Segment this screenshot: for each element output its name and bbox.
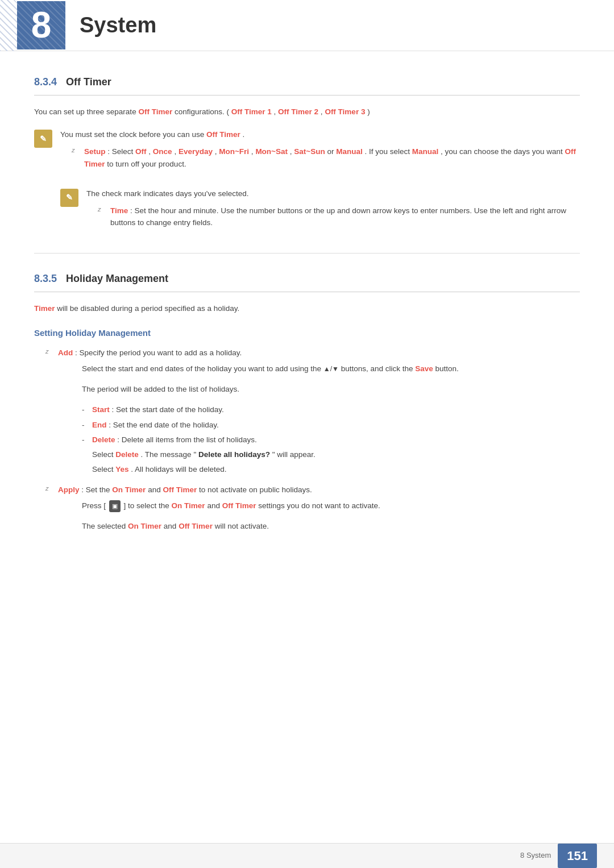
setup-text1: : Select: [107, 147, 135, 156]
delete-select: Select: [92, 450, 115, 459]
apply-offtimer3: Off Timer: [179, 522, 213, 530]
intro-timer2: Off Timer 2: [278, 107, 318, 116]
apply-and2: and: [164, 522, 179, 530]
section-835-title: Holiday Management: [66, 271, 168, 287]
setup-comma1: ,: [148, 147, 153, 156]
intro-comma1: ,: [274, 107, 279, 116]
selected-text1: The selected: [82, 522, 128, 530]
section-834-heading: 8.3.4 Off Timer: [34, 74, 580, 95]
note2-text: The check mark indicates days you've sel…: [86, 189, 248, 198]
setup-everyday: Everyday: [179, 147, 213, 156]
yes-keyword: Yes: [115, 465, 128, 474]
apply-ontimer: On Timer: [112, 485, 146, 494]
note-icon-2: ✎: [60, 189, 78, 207]
apply-indent-line1: Press [ ▣ ] to select the On Timer and O…: [82, 500, 580, 512]
selected-text2: will not activate.: [215, 522, 269, 530]
apply-text3: to not activate on public holidays.: [199, 485, 312, 494]
delete-label: Delete: [92, 435, 115, 444]
delete-text: : Delete all items from the list of holi…: [117, 435, 256, 444]
apply-text2: and: [148, 485, 163, 494]
note-icon-1: ✎: [34, 130, 52, 148]
note1-para: You must set the clock before you can us…: [60, 128, 580, 141]
note-content-2: The check mark indicates days you've sel…: [86, 188, 580, 234]
setup-manual2: Manual: [412, 147, 439, 156]
section-835-number: 8.3.5: [34, 271, 57, 287]
chapter-number-box: 8: [17, 1, 65, 49]
end-label: End: [92, 421, 107, 429]
note2-list: Time : Set the hour and minute. Use the …: [98, 205, 580, 229]
page-footer: 8 System 151: [0, 843, 614, 868]
intro-timer1: Off Timer 1: [231, 107, 272, 116]
footer-page-number: 151: [558, 844, 597, 868]
section-834-number: 8.3.4: [34, 74, 57, 90]
setup-or: or: [327, 147, 336, 156]
time-text: : Set the hour and minute. Use the numbe…: [110, 206, 566, 227]
intro-close: ): [367, 107, 370, 116]
note1-list: Setup : Select Off , Once , Everyday , M…: [72, 146, 580, 170]
delete-msg-pre: . The message ": [141, 450, 197, 459]
nav-arrows: ▲/▼: [323, 365, 339, 373]
intro-timer3: Off Timer 3: [325, 107, 365, 116]
apply-indent: Press [ ▣ ] to select the On Timer and O…: [82, 500, 580, 533]
intro-suffix: configurations. (: [175, 107, 229, 116]
page-wrapper: 8 System 8.3.4 Off Timer You can set up …: [0, 0, 614, 868]
add-label: Add: [58, 348, 73, 357]
intro-text: You can set up three separate: [34, 107, 138, 116]
note2-para: The check mark indicates days you've sel…: [86, 188, 580, 200]
note2-list-item-time: Time : Set the hour and minute. Use the …: [98, 205, 580, 229]
header-stripes: [0, 0, 17, 51]
delete-msg: Delete all holidays?: [198, 450, 270, 459]
save-keyword: Save: [415, 364, 433, 373]
setup-label: Setup: [84, 147, 106, 156]
add-indent-line2: The period will be added to the list of …: [82, 383, 580, 396]
section-834-intro: You can set up three separate Off Timer …: [34, 106, 580, 118]
time-label: Time: [110, 206, 128, 215]
section-834: 8.3.4 Off Timer You can set up three sep…: [34, 74, 580, 236]
add-sub-list: Start : Set the start date of the holida…: [82, 404, 580, 476]
chapter-number: 8: [31, 0, 52, 55]
holiday-list: Add : Specify the period you want to add…: [45, 347, 580, 533]
start-label: Start: [92, 405, 110, 414]
add-text: : Specify the period you want to add as …: [75, 348, 242, 357]
note-box-1: ✎ You must set the clock before you can …: [34, 126, 580, 177]
end-text: : Set the end date of the holiday.: [109, 421, 218, 429]
note1-keyword: Off Timer: [206, 130, 240, 139]
delete-extra-2: Select Yes . All holidays will be delete…: [92, 463, 580, 476]
setup-once: Once: [153, 147, 172, 156]
setup-text4: to turn off your product.: [107, 160, 186, 168]
apply-offtimer: Off Timer: [163, 485, 197, 494]
intro-keyword-offtimer: Off Timer: [138, 107, 172, 116]
select-yes-post: . All holidays will be deleted.: [131, 465, 226, 474]
setup-text3: , you can choose the days you want: [441, 147, 565, 156]
add-indent: Select the start and end dates of the ho…: [82, 363, 580, 476]
apply-offtimer2: Off Timer: [222, 501, 256, 510]
header-bar: 8 System: [0, 0, 614, 51]
apply-label: Apply: [58, 485, 80, 494]
add-select-text: Select the start and end dates of the ho…: [82, 364, 323, 373]
sub-item-end: End : Set the end date of the holiday.: [82, 419, 580, 431]
note-icon-2-symbol: ✎: [66, 191, 73, 203]
setup-monsat: Mon~Sat: [255, 147, 288, 156]
press-text2: ] to select the: [124, 501, 172, 510]
delete-extra-1: Select Delete . The message " Delete all…: [92, 448, 580, 461]
note1-text: You must set the clock before you can us…: [60, 130, 206, 139]
section-835-intro: Timer will be disabled during a period s…: [34, 302, 580, 315]
holiday-item-apply: Apply : Set the On Timer and Off Timer t…: [45, 484, 580, 533]
setup-manual: Manual: [336, 147, 363, 156]
setup-text2: . If you select: [365, 147, 412, 156]
apply-indent-line2: The selected On Timer and Off Timer will…: [82, 520, 580, 533]
section-separator-1: [34, 253, 580, 254]
sub-item-start: Start : Set the start date of the holida…: [82, 404, 580, 416]
delete-extra: Select Delete . The message " Delete all…: [92, 448, 580, 476]
content-area: 8.3.4 Off Timer You can set up three sep…: [0, 51, 614, 575]
section-835-heading: 8.3.5 Holiday Management: [34, 271, 580, 292]
note-icon-symbol: ✎: [40, 132, 47, 145]
apply-text1: : Set the: [81, 485, 112, 494]
note-content-1: You must set the clock before you can us…: [60, 128, 580, 175]
delete-keyword: Delete: [115, 450, 139, 459]
setup-monfri: Mon~Fri: [219, 147, 249, 156]
apply-ontimer3: On Timer: [128, 522, 161, 530]
sub-item-delete: Delete : Delete all items from the list …: [82, 434, 580, 476]
add-select-text3: button.: [435, 364, 459, 373]
apply-ontimer2: On Timer: [172, 501, 205, 510]
